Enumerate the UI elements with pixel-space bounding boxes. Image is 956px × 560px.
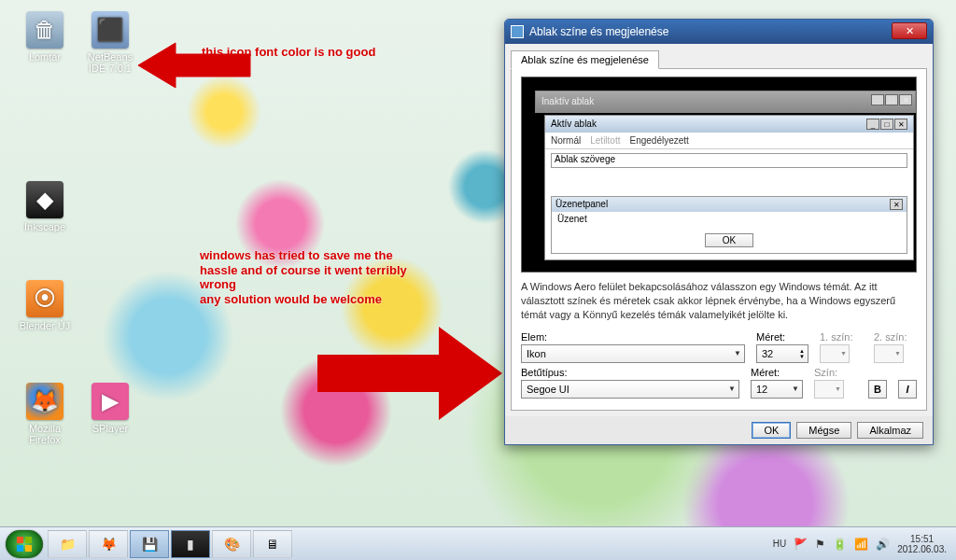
label-betutipus: Betűtípus: <box>521 367 739 378</box>
taskbar-display[interactable]: 🖥 <box>253 530 292 558</box>
preview-menu-normal: Normál <box>551 135 581 146</box>
annotation-arrow-middle <box>317 327 504 442</box>
desktop-icon-label: SPlayer <box>92 423 129 434</box>
preview-active-titlebar: Aktív ablak _□✕ <box>545 116 913 133</box>
swatch-font-color[interactable]: ▼ <box>814 380 844 399</box>
preview-active-window[interactable]: Aktív ablak _□✕ Normál Letiltott Engedél… <box>544 115 914 260</box>
preview-inactive-title: Inaktív ablak <box>541 96 594 106</box>
dropdown-font[interactable]: Segoe UI ▼ <box>521 380 739 399</box>
svg-rect-5 <box>25 545 32 552</box>
action-center-icon[interactable]: ⚑ <box>815 538 825 551</box>
preview-active-title: Aktív ablak <box>551 119 597 130</box>
preview-message-titlebar: Üzenetpanel ✕ <box>552 197 907 212</box>
taskbar-firefox[interactable]: 🦊 <box>89 530 128 558</box>
preview-inactive-window[interactable]: Inaktív ablak _□✕ <box>535 91 916 113</box>
preview-pane: Inaktív ablak _□✕ Aktív ablak _□✕ Normál… <box>521 77 917 273</box>
label-color1: 1. szín: <box>820 331 863 343</box>
spinner-elem-size-value: 32 <box>762 348 773 359</box>
label-meret: Méret: <box>756 331 808 343</box>
recycle-bin-icon: 🗑 <box>26 11 63 49</box>
dialog-button-bar: OK Mégse Alkalmaz <box>505 416 933 444</box>
preview-window-controls: _□✕ <box>870 94 912 105</box>
dialog-body: Inaktív ablak _□✕ Aktív ablak _□✕ Normál… <box>511 68 927 411</box>
dropdown-elem[interactable]: Ikon ▼ <box>521 344 745 363</box>
battery-icon[interactable]: 🔋 <box>833 538 847 551</box>
ok-button[interactable]: OK <box>752 422 791 439</box>
row-font: Betűtípus: Segoe UI ▼ Méret: 12 ▼ Szín: … <box>521 367 917 399</box>
system-tray: HU 🚩 ⚑ 🔋 📶 🔊 15:51 2012.06.03. <box>766 534 954 554</box>
preview-menu-enabled: Engedélyezett <box>629 135 688 146</box>
desktop-icon-label: Inkscape <box>24 221 65 232</box>
inkscape-icon: ◆ <box>26 181 63 218</box>
window-icon <box>511 25 524 38</box>
cancel-button[interactable]: Mégse <box>796 422 851 439</box>
bold-button[interactable]: B <box>868 380 887 399</box>
tab-appearance[interactable]: Ablak színe és megjelenése <box>511 50 659 69</box>
netbeans-icon: ⬛ <box>91 11 129 49</box>
preview-message-body: Üzenet <box>552 212 907 230</box>
svg-rect-2 <box>17 537 23 543</box>
annotation-arrow-top <box>138 37 258 108</box>
preview-menu-disabled: Letiltott <box>590 135 620 146</box>
label-szin: Szín: <box>814 367 857 378</box>
preview-message-box: Üzenetpanel ✕ Üzenet OK <box>551 196 907 254</box>
label-meret-font: Méret: <box>751 367 803 378</box>
preview-message-title: Üzenetpanel <box>555 199 608 210</box>
preview-window-text: Ablak szövege <box>551 153 907 168</box>
label-elem: Elem: <box>521 331 745 343</box>
appearance-dialog: Ablak színe és megjelenése ✕ Ablak színe… <box>504 19 934 445</box>
windows-logo-icon <box>16 536 33 553</box>
dialog-title: Ablak színe és megjelenése <box>529 25 668 38</box>
desktop-icon-blender[interactable]: ⦿ Blender ÚJ <box>13 280 77 331</box>
swatch-color2[interactable]: ▼ <box>874 344 904 363</box>
taskbar: 📁 🦊 💾 ▮ 🎨 🖥 HU 🚩 ⚑ 🔋 📶 🔊 15:51 2012.06.0… <box>0 526 956 560</box>
desktop-icon-label: Mozilla Firefox <box>29 423 61 445</box>
row-element: Elem: Ikon ▼ Méret: 32 ▲▼ 1. szín: ▼ 2. … <box>521 331 917 363</box>
dialog-tabbar: Ablak színe és megjelenése <box>505 44 933 68</box>
volume-icon[interactable]: 🔊 <box>876 538 890 551</box>
taskbar-explorer[interactable]: 📁 <box>48 530 87 558</box>
flag-icon[interactable]: 🚩 <box>794 538 808 551</box>
taskbar-clock[interactable]: 15:51 2012.06.03. <box>897 534 947 554</box>
taskbar-paint[interactable]: 🎨 <box>212 530 251 558</box>
start-button[interactable] <box>6 530 43 558</box>
preview-window-controls: ✕ <box>889 199 903 210</box>
taskbar-cmd[interactable]: ▮ <box>171 530 210 558</box>
firefox-icon: 🦊 <box>26 383 63 420</box>
network-icon[interactable]: 📶 <box>854 538 868 551</box>
svg-marker-1 <box>317 327 502 420</box>
clock-date: 2012.06.03. <box>897 544 947 554</box>
svg-rect-4 <box>17 545 23 552</box>
desktop-icon-splayer[interactable]: ▶ SPlayer <box>78 383 142 434</box>
font-size-value: 12 <box>756 384 767 395</box>
preview-ok-button[interactable]: OK <box>705 233 753 247</box>
spinner-elem-size[interactable]: 32 ▲▼ <box>756 344 808 363</box>
italic-button[interactable]: I <box>898 380 917 399</box>
chevron-down-icon: ▼ <box>734 349 741 357</box>
desktop-icon-label: Lomtár <box>29 51 61 63</box>
clock-time: 15:51 <box>897 534 947 544</box>
label-color2: 2. szín: <box>874 331 917 343</box>
apply-button[interactable]: Alkalmaz <box>857 422 923 439</box>
dropdown-font-value: Segoe UI <box>527 384 569 395</box>
desktop-icon-netbeans[interactable]: ⬛ NetBeans IDE 7.0.1 <box>78 11 142 74</box>
preview-menu: Normál Letiltott Engedélyezett <box>545 133 913 149</box>
splayer-icon: ▶ <box>91 383 129 420</box>
desktop-icon-inkscape[interactable]: ◆ Inkscape <box>13 181 77 232</box>
language-indicator[interactable]: HU <box>773 539 786 549</box>
taskbar-save-app[interactable]: 💾 <box>130 530 169 558</box>
spinner-buttons[interactable]: ▲▼ <box>799 348 805 359</box>
dialog-titlebar[interactable]: Ablak színe és megjelenése ✕ <box>505 20 933 44</box>
desktop-icon-label: NetBeans IDE 7.0.1 <box>88 51 133 74</box>
blender-icon: ⦿ <box>26 280 63 317</box>
desktop-icon-firefox[interactable]: 🦊 Mozilla Firefox <box>13 383 77 445</box>
desktop-icon-label: Blender ÚJ <box>20 320 70 331</box>
dropdown-elem-value: Ikon <box>527 348 546 359</box>
dropdown-font-size[interactable]: 12 ▼ <box>751 380 803 399</box>
close-button[interactable]: ✕ <box>892 22 927 39</box>
svg-rect-3 <box>25 537 32 543</box>
desktop-icon-recycle-bin[interactable]: 🗑 Lomtár <box>13 11 77 63</box>
preview-window-controls: _□✕ <box>865 119 907 130</box>
swatch-color1[interactable]: ▼ <box>820 344 850 363</box>
svg-marker-0 <box>138 43 250 88</box>
